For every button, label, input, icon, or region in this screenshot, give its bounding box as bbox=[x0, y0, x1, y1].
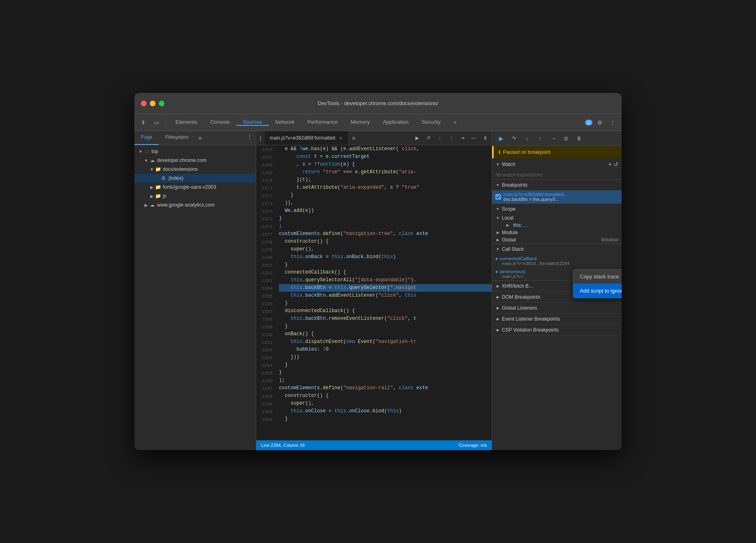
ln-2269: 2269 bbox=[259, 169, 272, 177]
step-out-btn[interactable]: ↑ bbox=[534, 133, 546, 144]
tree-item-top[interactable]: ▼ □ top bbox=[134, 147, 256, 156]
step-continue-icon[interactable]: ⇥ bbox=[458, 133, 467, 143]
scope-header[interactable]: ▼ Scope bbox=[492, 204, 622, 214]
watch-header[interactable]: ▼ Watch + ↺ bbox=[492, 158, 622, 170]
scope-this[interactable]: ▶ this: … bbox=[492, 222, 622, 229]
ln-2287: 2287 bbox=[259, 308, 272, 316]
editor-tab-close-icon[interactable]: ✕ bbox=[338, 135, 343, 141]
code-2291: this.dispatchEvent(new Event("navigation… bbox=[279, 338, 492, 346]
breakpoint-file: main.js?v=e382d86f:formatted:... bbox=[503, 192, 569, 197]
tab-network[interactable]: Network bbox=[269, 119, 301, 126]
step-into-btn[interactable]: ↓ bbox=[521, 133, 533, 144]
scope-module[interactable]: ▶ Module bbox=[492, 229, 622, 236]
scope-global[interactable]: ▶ Global Window bbox=[492, 236, 622, 243]
step-up-icon[interactable]: ↑ bbox=[446, 133, 456, 143]
tree-item-docs[interactable]: ▼ 📁 docs/extensions bbox=[134, 165, 256, 174]
minimize-button[interactable] bbox=[150, 101, 156, 106]
deactivate-icon[interactable]: — bbox=[469, 133, 479, 143]
tab-more[interactable]: » bbox=[447, 119, 463, 126]
code-2269: return "true" === e.getAttribute("aria- bbox=[279, 168, 492, 176]
toolbar-right: 1 ⚙ ⋮ bbox=[585, 117, 618, 128]
tab-memory[interactable]: Memory bbox=[344, 119, 376, 126]
panel-menu-icon[interactable]: ⋮ bbox=[244, 131, 256, 145]
scope-section: ▼ Scope ▼ Local ▶ this: … ▶ Module bbox=[492, 204, 622, 244]
panel-tabs: Page Filesystem » ⋮ bbox=[134, 131, 256, 145]
inspect-element-icon[interactable]: ⇞ bbox=[138, 117, 149, 128]
folder-fonts-icon: 📁 bbox=[155, 184, 161, 190]
step-into-icon[interactable]: ▶ bbox=[412, 133, 422, 143]
tab-performance[interactable]: Performance bbox=[301, 119, 344, 126]
more-options-icon[interactable]: ⋮ bbox=[607, 117, 618, 128]
tree-item-chrome[interactable]: ▼ ☁ developer.chrome.com bbox=[134, 156, 256, 165]
tab-page[interactable]: Page bbox=[134, 131, 159, 145]
add-to-ignore-item[interactable]: Add script to ignore list bbox=[573, 284, 622, 298]
watch-refresh-icon[interactable]: ↺ bbox=[613, 161, 618, 168]
global-listeners-header[interactable]: ▶ Global Listeners bbox=[492, 303, 622, 313]
breakpoints-header[interactable]: ▼ Breakpoints bbox=[492, 180, 622, 190]
editor-collapse-icon[interactable]: ⟨ bbox=[256, 135, 265, 141]
tree-label-fonts: fonts/google-sans-v2003 bbox=[163, 184, 216, 190]
tree-arrow-docs: ▼ bbox=[149, 166, 155, 172]
scope-local[interactable]: ▼ Local bbox=[492, 214, 622, 222]
breakpoint-text: Paused on breakpoint bbox=[503, 149, 551, 155]
line-numbers: 2266 2267 2268 2269 2270 2271 2272 2273 … bbox=[256, 145, 276, 440]
event-listener-header[interactable]: ▶ Event Listener Breakpoints bbox=[492, 314, 622, 324]
tab-elements[interactable]: Elements bbox=[169, 119, 204, 126]
step-out-icon[interactable]: ↓ bbox=[435, 133, 445, 143]
tab-more-icon[interactable]: » bbox=[195, 131, 205, 145]
editor-tab-more[interactable]: » bbox=[349, 134, 359, 142]
device-toolbar-icon[interactable]: ▭ bbox=[151, 117, 162, 128]
tree-item-analytics[interactable]: ▶ ☁ www.google-analytics.com bbox=[134, 200, 256, 209]
global-listeners-section: ▶ Global Listeners bbox=[492, 303, 622, 314]
ln-2294: 2294 bbox=[259, 362, 272, 370]
tab-sources[interactable]: Sources bbox=[236, 119, 269, 126]
step-over-icon[interactable]: ↺ bbox=[423, 133, 433, 143]
this-arrow: ▶ bbox=[505, 223, 510, 228]
settings-icon[interactable]: ⚙ bbox=[594, 117, 605, 128]
code-2298: constructor() { bbox=[279, 392, 492, 400]
close-button[interactable] bbox=[141, 101, 147, 106]
breakpoints-section: ▼ Breakpoints main.js?v=e382d86f:formatt… bbox=[492, 180, 622, 204]
code-2285: this.backBtn.addEventListener("click", t… bbox=[279, 292, 492, 300]
global-label: Global bbox=[502, 237, 516, 243]
tab-filesystem[interactable]: Filesystem bbox=[159, 131, 195, 145]
tree-item-index[interactable]: ▷ 🗎 (index) bbox=[134, 174, 256, 183]
maximize-button[interactable] bbox=[159, 101, 164, 106]
ln-2268: 2268 bbox=[259, 162, 272, 169]
watch-empty-text: No watch expressions bbox=[492, 170, 622, 179]
code-2299: super(), bbox=[279, 400, 492, 407]
editor-toolbar: ▶ ↺ ↓ ↑ ⇥ — ⏸ bbox=[410, 133, 492, 143]
ln-2277: 2277 bbox=[259, 231, 272, 239]
ln-2272: 2272 bbox=[259, 192, 272, 200]
tab-console[interactable]: Console bbox=[204, 119, 236, 126]
csp-header[interactable]: ▶ CSP Violation Breakpoints bbox=[492, 325, 622, 335]
tab-security[interactable]: Security bbox=[415, 119, 447, 126]
breakpoint-item-0[interactable]: main.js?v=e382d86f:formatted:... this.ba… bbox=[492, 190, 622, 203]
step-over-btn[interactable]: ↷ bbox=[508, 133, 520, 144]
editor-tab-main[interactable]: main.js?v=e382d86f:formatted ✕ bbox=[265, 131, 349, 145]
resume-btn[interactable]: ▶ bbox=[495, 133, 507, 144]
title-bar: DevTools - developer.chrome.com/docs/ext… bbox=[134, 93, 622, 114]
copy-stack-trace-item[interactable]: Copy stack trace bbox=[573, 269, 622, 284]
cursor-position: Line 2284, Column 16 bbox=[261, 443, 305, 448]
tree-item-fonts[interactable]: ▶ 📁 fonts/google-sans-v2003 bbox=[134, 183, 256, 192]
ln-2281: 2281 bbox=[259, 262, 272, 269]
code-2272: } bbox=[279, 192, 492, 199]
watch-add-icon[interactable]: + bbox=[608, 161, 612, 168]
tab-application[interactable]: Application bbox=[376, 119, 415, 126]
tree-label-docs: docs/extensions bbox=[163, 166, 198, 172]
coverage-status: Coverage: n/a bbox=[459, 443, 487, 448]
debugger-panel: ▶ ↷ ↓ ↑ → ⊘ ⏸ ℹ Paused on breakpoint ▼ W… bbox=[492, 131, 622, 450]
ln-2298: 2298 bbox=[259, 393, 272, 401]
pause-exceptions-btn[interactable]: ⏸ bbox=[573, 133, 585, 144]
step-btn[interactable]: → bbox=[547, 133, 559, 144]
scope-label: Scope bbox=[502, 206, 516, 212]
deactivate-breakpoints-btn[interactable]: ⊘ bbox=[560, 133, 572, 144]
tree-item-js[interactable]: ▶ 📁 js bbox=[134, 192, 256, 200]
code-2293: })) bbox=[279, 353, 492, 361]
call-stack-item-0[interactable]: connectedCallback main.js?v=e382d...form… bbox=[492, 254, 622, 267]
breakpoint-checkbox[interactable] bbox=[495, 194, 501, 200]
tree-label-js: js bbox=[163, 193, 166, 199]
call-stack-header[interactable]: ▼ Call Stack bbox=[492, 244, 622, 254]
pause-icon[interactable]: ⏸ bbox=[480, 133, 490, 143]
